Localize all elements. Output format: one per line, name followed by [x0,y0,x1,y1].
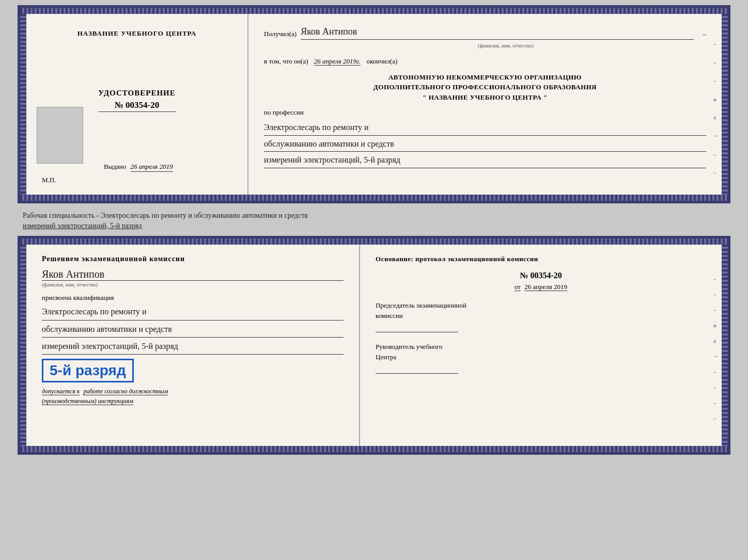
protocol-number: № 00354-20 [376,271,706,280]
org-quote: " НАЗВАНИЕ УЧЕБНОГО ЦЕНТРА " [264,92,706,103]
between-label: Рабочая специальность - Электрослесарь п… [18,207,730,232]
profession-line2: обслуживанию автоматики и средств [264,137,706,152]
protocol-date-value: 26 апреля 2019 [524,283,567,291]
receiver-name: Яков Антипов [301,24,693,40]
cert-title: УДОСТОВЕРЕНИЕ [98,89,176,98]
okonchil-label: окончил(а) [366,57,397,65]
допускается-text2: (производственным) инструкциям [42,397,133,405]
org-name-left: НАЗВАНИЕ УЧЕБНОГО ЦЕНТРА [77,29,197,38]
org-line2: ДОПОЛНИТЕЛЬНОГО ПРОФЕССИОНАЛЬНОГО ОБРАЗО… [264,82,706,92]
razryad-badge: 5-й разряд [42,359,134,382]
side-marks-top: – – – и а ← – – [713,40,719,178]
poluchil-label: Получил(а) [264,29,297,40]
vydano-label: Выдано [104,163,126,170]
po-professii-label: по профессии [264,107,706,118]
допускается-label: допускается к [42,388,80,395]
profession-line1: Электрослесарь по ремонту и [264,120,706,136]
qual-line2: обслуживанию автоматики и средств [42,322,344,338]
fio-hint-top: (фамилия, имя, отчество) [305,42,706,50]
v-tom-label: в том, что он(а) [264,57,308,65]
dash-after-name: – [703,29,707,40]
rukovoditel-title: Руководитель учебного [376,343,706,351]
osnova-title: Основание: протокол экзаменационной коми… [376,255,706,263]
допускается-line: допускается к работе согласно должностны… [42,388,344,395]
qual-line3: измерений электростанций, 5-й разряд [42,339,344,355]
between-line2: измерений электростанций, 5-й разряд [23,221,725,231]
vydano-date: 26 апреля 2019 [131,163,173,172]
person-name: Яков Антипов [42,268,344,281]
reshenie-title: Решением экзаменационной комиссии [42,255,344,263]
cert-right-page: Получил(а) Яков Антипов – (фамилия, имя,… [248,14,722,195]
predsedatel-signature-line [376,322,458,332]
cert-left-page: НАЗВАНИЕ УЧЕБНОГО ЦЕНТРА УДОСТОВЕРЕНИЕ №… [26,14,248,195]
predsedatel-subtitle: комиссии [376,312,706,320]
profession-line3: измерений электростанций, 5-й разряд [264,153,706,168]
rukovoditel-signature-line [376,363,458,374]
fio-hint-bottom: (фамилия, имя, отчество) [42,282,344,287]
profession-block: Электрослесарь по ремонту и обслуживанию… [264,120,706,168]
v-tom-date: 26 апреля 2019г. [314,57,361,66]
prisvoena-label: присвоена квалификация [42,294,344,302]
cert-center-block: УДОСТОВЕРЕНИЕ № 00354-20 [98,89,176,112]
org-line1: АВТОНОМНУЮ НЕКОММЕРЧЕСКУЮ ОРГАНИЗАЦИЮ [264,72,706,83]
predsedatel-block: Председатель экзаменационной комиссии [376,301,706,332]
cert-bottom-right: Основание: протокол экзаменационной коми… [360,245,722,446]
cert-bottom-block: Выдано 26 апреля 2019 М.П. [42,163,232,184]
receiver-line: Получил(а) Яков Антипов – [264,24,706,40]
v-tom-line: в том, что он(а) 26 апреля 2019г. окончи… [264,56,706,67]
cert-bottom-left: Решением экзаменационной комиссии Яков А… [26,245,360,446]
qualification-block: Электрослесарь по ремонту и обслуживанию… [42,304,344,355]
protocol-date-prefix: от [515,283,521,291]
predsedatel-title: Председатель экзаменационной [376,301,706,310]
vydano-line: Выдано 26 апреля 2019 [104,163,232,171]
cert-number: № 00354-20 [98,100,176,112]
side-marks-bottom: – – – и а ← – – – – [713,276,719,421]
between-line1: Рабочая специальность - Электрослесарь п… [23,211,725,221]
qual-line1: Электрослесарь по ремонту и [42,304,344,320]
org-block: АВТОНОМНУЮ НЕКОММЕРЧЕСКУЮ ОРГАНИЗАЦИЮ ДО… [264,72,706,103]
допускается-text: работе согласно должностным [83,388,168,395]
rukovoditel-subtitle: Центра [376,353,706,361]
mp-label: М.П. [42,176,232,184]
protocol-date: от 26 апреля 2019 [376,283,706,291]
rukovoditel-block: Руководитель учебного Центра [376,343,706,374]
допускается-line2: (производственным) инструкциям [42,397,344,405]
photo-placeholder [37,107,83,164]
